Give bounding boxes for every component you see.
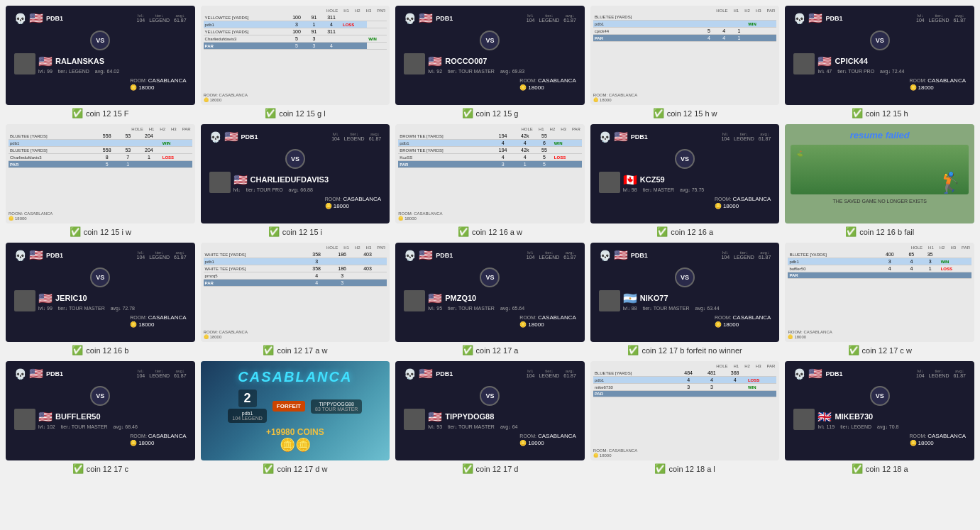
card-thumbnail[interactable]: 💀 🇺🇸 PDB1 lvl↓104 tier↓LEGEND avg↓61.87 … — [395, 361, 585, 460]
player1-name: PDB1 — [825, 15, 842, 22]
vs-card[interactable]: 💀 🇺🇸 PDB1 lvl↓104 tier↓LEGEND avg↓61.87 … — [6, 243, 195, 342]
card-caption: ✅ coin 12 17 c — [72, 463, 128, 474]
card-thumbnail[interactable]: resume failed 🏌️ ⛳ THE SAVED GAME NO LON… — [785, 124, 974, 223]
flag-icon: 🇺🇸 — [419, 248, 433, 262]
card-thumbnail[interactable]: 💀 🇺🇸 PDB1 lvl↓104 tier↓LEGEND avg↓61.87 … — [395, 6, 585, 105]
player2-name: BUFFLER50 — [55, 412, 101, 421]
vs-card[interactable]: 💀 🇺🇸 PDB1 lvl↓104 tier↓LEGEND avg↓61.87 … — [6, 6, 195, 105]
vs-card[interactable]: 💀 🇺🇸 PDB1 lvl↓104 tier↓LEGEND avg↓61.87 … — [785, 361, 974, 460]
skull-icon: 💀 — [14, 13, 26, 24]
player1-name: PDB1 — [46, 252, 63, 259]
player1-name: PDB1 — [46, 15, 63, 22]
caption-text: coin 12 17 d — [476, 465, 519, 473]
vs-card[interactable]: 💀 🇺🇸 PDB1 lvl↓104 tier↓LEGEND avg↓61.87 … — [395, 6, 585, 105]
card-item: 💀 🇺🇸 PDB1 lvl↓104 tier↓LEGEND avg↓61.87 … — [201, 124, 390, 237]
card-thumbnail[interactable]: HOLEH1H2H3PAR YELLOWTEE [YARDS] 10091311… — [201, 6, 390, 105]
card-thumbnail[interactable]: 💀 🇺🇸 PDB1 lvl↓104 tier↓LEGEND avg↓61.87 … — [785, 361, 974, 460]
resume-failed-card[interactable]: resume failed 🏌️ ⛳ THE SAVED GAME NO LON… — [785, 124, 974, 223]
casablanca-card[interactable]: CASABLANCA 2 pdb1 104 LEGEND FORFEIT TIP… — [201, 361, 390, 460]
caption-text: coin 12 15 h w — [667, 109, 717, 118]
card-thumbnail[interactable]: 💀 🇺🇸 PDB1 lvl↓104 tier↓LEGEND avg↓61.87 … — [785, 6, 974, 105]
card-item: HOLEH1H2H3PAR BLUETEE [YARDS] pdb1 WIN c… — [590, 6, 780, 118]
vs-card[interactable]: 💀 🇺🇸 PDB1 lvl↓104 tier↓LEGEND avg↓61.87 … — [590, 243, 780, 342]
caption-text: coin 12 15 h — [866, 109, 908, 118]
player2-name: JERIC10 — [55, 294, 87, 302]
card-thumbnail[interactable]: 💀 🇺🇸 PDB1 lvl↓104 tier↓LEGEND avg↓61.87 … — [6, 6, 195, 105]
flag-icon: 🇺🇸 — [29, 367, 43, 380]
player2-name: NIKO77 — [640, 294, 668, 302]
card-thumbnail[interactable]: HOLEH1H2H3PAR WHITE TEE [YARDS] 35818640… — [201, 243, 390, 342]
vs-card[interactable]: 💀 🇺🇸 PDB1 lvl↓104 tier↓LEGEND avg↓61.87 … — [6, 361, 195, 460]
caption-text: coin 12 16 a — [671, 228, 713, 236]
player1-name: PDB1 — [631, 133, 648, 140]
check-icon: ✅ — [653, 108, 664, 118]
card-item: 💀 🇺🇸 PDB1 lvl↓104 tier↓LEGEND avg↓61.87 … — [395, 243, 585, 355]
card-caption: ✅ coin 12 15 g — [462, 108, 519, 118]
skull-icon: 💀 — [14, 250, 26, 261]
vs-card[interactable]: 💀 🇺🇸 PDB1 lvl↓104 tier↓LEGEND avg↓61.87 … — [395, 243, 585, 342]
card-thumbnail[interactable]: 💀 🇺🇸 PDB1 lvl↓104 tier↓LEGEND avg↓61.87 … — [590, 124, 780, 223]
card-item: CASABLANCA 2 pdb1 104 LEGEND FORFEIT TIP… — [201, 361, 390, 474]
forfeit-number: 2 — [238, 390, 257, 407]
player2-flag: 🇺🇸 — [38, 55, 53, 68]
vs-card[interactable]: 💀 🇺🇸 PDB1 lvl↓104 tier↓LEGEND avg↓61.87 … — [201, 124, 390, 223]
skull-icon: 💀 — [14, 368, 26, 380]
skull-icon: 💀 — [209, 131, 221, 143]
player1-name: PDB1 — [825, 370, 842, 377]
score-card[interactable]: HOLEH1H2H3PAR BLUETEE [YARDS] pdb1 WIN c… — [590, 6, 780, 105]
player2-flag: 🇺🇸 — [38, 410, 53, 424]
card-thumbnail[interactable]: HOLEH1H2H3PAR BLUETEE [YARDS] pdb1 WIN c… — [590, 6, 780, 105]
coins-label: +19980 COINS — [266, 427, 324, 437]
check-icon: ✅ — [458, 226, 469, 237]
caption-text: coin 12 15 i — [282, 228, 322, 236]
score-card[interactable]: HOLEH1H2H3PAR BROWN TEE [YARDS] 19442k55… — [395, 124, 585, 223]
vs-card[interactable]: 💀 🇺🇸 PDB1 lvl↓104 tier↓LEGEND avg↓61.87 … — [395, 361, 585, 460]
player2-flag: 🇺🇸 — [38, 292, 53, 305]
score-card[interactable]: HOLEH1H2H3PAR BLUETEE [YARDS] 55853204 p… — [6, 124, 195, 223]
vs-card[interactable]: 💀 🇺🇸 PDB1 lvl↓104 tier↓LEGEND avg↓61.87 … — [785, 6, 974, 105]
card-item: HOLEH1H2H3PAR BROWN TEE [YARDS] 19442k55… — [395, 124, 585, 237]
check-icon: ✅ — [462, 345, 473, 355]
player2-flag: 🇺🇸 — [233, 173, 248, 187]
skull-icon: 💀 — [599, 250, 611, 261]
check-icon: ✅ — [263, 463, 274, 474]
main-grid: 💀 🇺🇸 PDB1 lvl↓104 tier↓LEGEND avg↓61.87 … — [6, 6, 974, 474]
score-card[interactable]: HOLEH1H2H3PAR BLUETEE [YARDS] 484481368 … — [590, 361, 780, 460]
card-thumbnail[interactable]: HOLEH1H2H3PAR BLUETEE [YARDS] 4006535 pd… — [785, 243, 974, 342]
score-card[interactable]: HOLEH1H2H3PAR WHITE TEE [YARDS] 35818640… — [201, 243, 390, 342]
player2-flag: 🇺🇸 — [428, 410, 442, 424]
vs-card[interactable]: 💀 🇺🇸 PDB1 lvl↓104 tier↓LEGEND avg↓61.87 … — [590, 124, 780, 223]
caption-text: coin 12 16 a w — [472, 228, 522, 236]
card-thumbnail[interactable]: HOLEH1H2H3PAR BLUETEE [YARDS] 484481368 … — [590, 361, 780, 460]
caption-text: coin 12 17 c w — [862, 346, 912, 355]
check-icon: ✅ — [263, 345, 274, 355]
card-item: 💀 🇺🇸 PDB1 lvl↓104 tier↓LEGEND avg↓61.87 … — [590, 243, 780, 355]
card-thumbnail[interactable]: 💀 🇺🇸 PDB1 lvl↓104 tier↓LEGEND avg↓61.87 … — [395, 243, 585, 342]
flag-icon: 🇺🇸 — [419, 367, 433, 380]
card-thumbnail[interactable]: 💀 🇺🇸 PDB1 lvl↓104 tier↓LEGEND avg↓61.87 … — [6, 361, 195, 460]
card-thumbnail[interactable]: 💀 🇺🇸 PDB1 lvl↓104 tier↓LEGEND avg↓61.87 … — [590, 243, 780, 342]
player2-flag: 🇺🇸 — [428, 292, 442, 305]
player2-name: RALANSKAS — [55, 57, 104, 65]
caption-text: coin 12 16 b fail — [859, 228, 914, 236]
card-thumbnail[interactable]: 💀 🇺🇸 PDB1 lvl↓104 tier↓LEGEND avg↓61.87 … — [6, 243, 195, 342]
player2-name: ROCCO007 — [445, 57, 487, 65]
card-thumbnail[interactable]: HOLEH1H2H3PAR BLUETEE [YARDS] 55853204 p… — [6, 124, 195, 223]
check-icon: ✅ — [852, 463, 863, 474]
check-icon: ✅ — [462, 108, 473, 118]
check-icon: ✅ — [70, 226, 81, 237]
card-thumbnail[interactable]: 💀 🇺🇸 PDB1 lvl↓104 tier↓LEGEND avg↓61.87 … — [201, 124, 390, 223]
player2-name: TIPPYDOG88 — [445, 412, 494, 421]
skull-icon: 💀 — [404, 13, 416, 24]
card-thumbnail[interactable]: CASABLANCA 2 pdb1 104 LEGEND FORFEIT TIP… — [201, 361, 390, 460]
flag-icon: 🇺🇸 — [224, 130, 238, 143]
casablanca-title: CASABLANCA — [238, 369, 352, 385]
card-item: HOLEH1H2H3PAR WHITE TEE [YARDS] 35818640… — [201, 243, 390, 355]
card-item: 💀 🇺🇸 PDB1 lvl↓104 tier↓LEGEND avg↓61.87 … — [590, 124, 780, 237]
score-card[interactable]: HOLEH1H2H3PAR YELLOWTEE [YARDS] 10091311… — [201, 6, 390, 105]
player2-name: CPICK44 — [835, 57, 867, 65]
caption-text: coin 12 17 c — [87, 465, 128, 473]
check-icon: ✅ — [845, 226, 857, 237]
card-thumbnail[interactable]: HOLEH1H2H3PAR BROWN TEE [YARDS] 19442k55… — [395, 124, 585, 223]
score-card[interactable]: HOLEH1H2H3PAR BLUETEE [YARDS] 4006535 pd… — [785, 243, 974, 342]
